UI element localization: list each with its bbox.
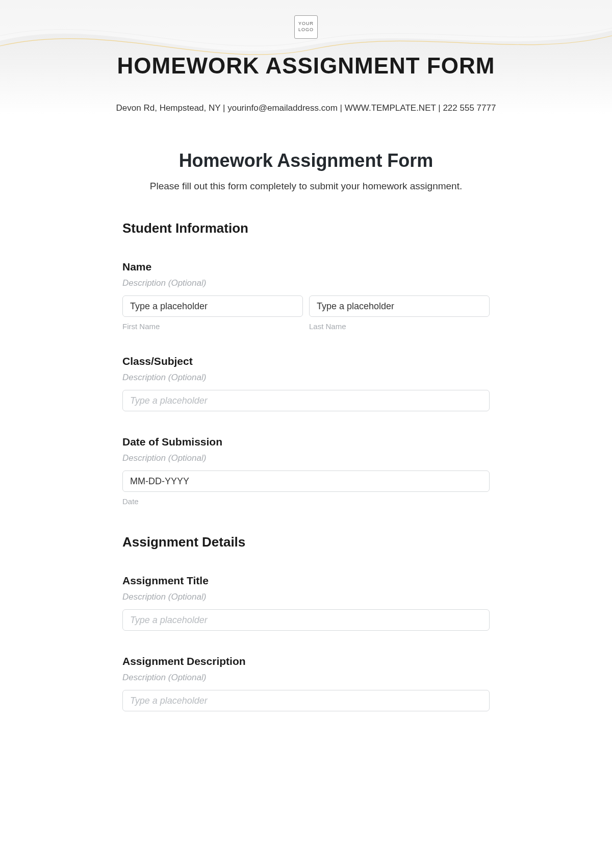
field-date-submission: Date of Submission Description (Optional… (122, 436, 490, 506)
banner-contact-line: Devon Rd, Hempstead, NY | yourinfo@email… (0, 103, 612, 113)
assignment-description-input[interactable] (122, 690, 490, 711)
desc-date-submission: Description (Optional) (122, 453, 490, 463)
sublabel-date: Date (122, 497, 490, 506)
class-subject-input[interactable] (122, 390, 490, 411)
sublabel-first-name: First Name (122, 322, 303, 331)
banner-title: HOMEWORK ASSIGNMENT FORM (0, 53, 612, 79)
last-name-input[interactable] (309, 295, 490, 317)
label-assignment-title: Assignment Title (122, 575, 490, 587)
logo-text: YOUR LOGO (295, 21, 317, 33)
field-class-subject: Class/Subject Description (Optional) (122, 355, 490, 411)
form-container: Homework Assignment Form Please fill out… (122, 114, 490, 711)
first-name-input[interactable] (122, 295, 303, 317)
banner-header: YOUR LOGO HOMEWORK ASSIGNMENT FORM Devon… (0, 0, 612, 114)
field-name: Name Description (Optional) First Name L… (122, 261, 490, 331)
field-assignment-title: Assignment Title Description (Optional) (122, 575, 490, 631)
label-date-submission: Date of Submission (122, 436, 490, 448)
label-class-subject: Class/Subject (122, 355, 490, 367)
desc-class-subject: Description (Optional) (122, 373, 490, 383)
desc-name: Description (Optional) (122, 278, 490, 288)
date-submission-input[interactable] (122, 470, 490, 492)
section-assignment-details: Assignment Details (122, 534, 490, 550)
label-name: Name (122, 261, 490, 273)
desc-assignment-title: Description (Optional) (122, 592, 490, 602)
section-student-information: Student Information (122, 220, 490, 236)
desc-assignment-description: Description (Optional) (122, 673, 490, 683)
field-assignment-description: Assignment Description Description (Opti… (122, 655, 490, 711)
assignment-title-input[interactable] (122, 609, 490, 631)
label-assignment-description: Assignment Description (122, 655, 490, 667)
form-title: Homework Assignment Form (122, 150, 490, 171)
sublabel-last-name: Last Name (309, 322, 490, 331)
logo-placeholder: YOUR LOGO (294, 15, 318, 39)
form-subtitle: Please fill out this form completely to … (122, 181, 490, 192)
